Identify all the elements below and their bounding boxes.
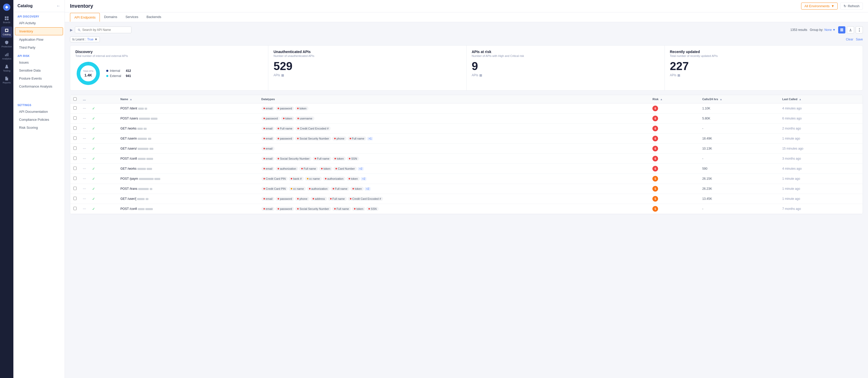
row-name-cell[interactable]: GET /works: [117, 164, 258, 174]
row-dots-icon[interactable]: ⋯: [83, 107, 86, 110]
datatype-tag[interactable]: token: [352, 207, 365, 211]
download-button[interactable]: [847, 26, 854, 33]
datatype-tag[interactable]: bank #: [289, 177, 304, 181]
row-dots-cell[interactable]: ⋯: [80, 124, 89, 134]
sidebar-item-issues[interactable]: Issues: [15, 59, 63, 66]
col-name[interactable]: Name ▲: [117, 95, 258, 104]
group-by-value[interactable]: None ▼: [824, 28, 836, 32]
datatype-tag[interactable]: cc name: [305, 177, 322, 181]
datatype-tag[interactable]: Full name: [332, 207, 351, 211]
sidebar-item-posture-events[interactable]: Posture Events: [15, 75, 63, 82]
row-name-cell[interactable]: POST /ident: [117, 104, 258, 114]
row-name-cell[interactable]: POST /confi: [117, 154, 258, 164]
sidebar-item-catalog[interactable]: Catalog: [1, 27, 12, 37]
row-dots-cell[interactable]: ⋯: [80, 134, 89, 144]
datatype-tag[interactable]: Credit Card Encoded #: [295, 126, 331, 130]
datatype-tag[interactable]: token: [295, 106, 308, 111]
row-checkbox[interactable]: [73, 147, 77, 150]
datatype-tag[interactable]: email: [261, 137, 275, 141]
datatype-tag[interactable]: password: [261, 116, 280, 120]
datatype-tag[interactable]: phone: [332, 137, 346, 141]
datatype-tag[interactable]: address: [311, 197, 327, 201]
sidebar-item-application-flow[interactable]: Application Flow: [15, 36, 63, 43]
datatype-tag[interactable]: authorization: [323, 177, 345, 181]
datatype-tag[interactable]: Credit Card PIN: [261, 187, 288, 191]
datatype-tag[interactable]: password: [276, 207, 294, 211]
tab-api-endpoints[interactable]: API Endpoints: [70, 13, 100, 22]
datatype-tag[interactable]: Card Number: [333, 167, 357, 171]
row-dots-cell[interactable]: ⋯: [80, 184, 89, 194]
row-checkbox[interactable]: [73, 116, 77, 120]
sidebar-item-conformance-analysis[interactable]: Conformance Analysis: [15, 83, 63, 90]
sidebar-item-analytics[interactable]: Analytics: [1, 51, 12, 62]
refresh-button[interactable]: ↻ Refresh: [840, 3, 863, 9]
datatype-tag[interactable]: authorization: [276, 167, 298, 171]
search-box[interactable]: [75, 27, 131, 33]
datatype-tag[interactable]: username: [295, 116, 314, 120]
datatype-tag[interactable]: Social Security Number: [276, 156, 312, 161]
row-name-cell[interactable]: POST /confi: [117, 204, 258, 214]
row-checkbox[interactable]: [73, 177, 77, 180]
row-dots-cell[interactable]: ⋯: [80, 154, 89, 164]
datatype-tag[interactable]: Full name: [328, 197, 347, 201]
datatype-tag[interactable]: email: [261, 167, 275, 171]
row-dots-icon[interactable]: ⋯: [83, 127, 86, 130]
datatype-tag[interactable]: authorization: [307, 187, 330, 191]
row-dots-icon[interactable]: ⋯: [83, 157, 86, 161]
datatype-tag[interactable]: Social Security Number: [295, 137, 331, 141]
more-options-button[interactable]: ⋮: [856, 26, 863, 33]
row-dots-icon[interactable]: ⋯: [83, 197, 86, 201]
datatype-tag[interactable]: token: [319, 167, 332, 171]
table-view-button[interactable]: [838, 26, 845, 33]
datatype-tag[interactable]: Full name: [313, 156, 331, 161]
clear-filter-button[interactable]: Clear: [846, 37, 853, 41]
datatype-tag[interactable]: token: [346, 177, 360, 181]
sidebar-item-testing[interactable]: Testing: [1, 63, 12, 74]
sidebar-item-protection[interactable]: Protection: [1, 39, 12, 50]
datatype-tag[interactable]: Full name: [347, 137, 366, 141]
sidebar-item-inventory[interactable]: Inventory: [15, 27, 63, 35]
row-name-cell[interactable]: POST /paym: [117, 174, 258, 184]
sidebar-item-sensitive-data[interactable]: Sensitive Data: [15, 67, 63, 74]
col-last-called[interactable]: Last Called ▲: [779, 95, 863, 104]
row-dots-icon[interactable]: ⋯: [83, 187, 86, 191]
datatype-tag[interactable]: Social Security Number: [295, 207, 331, 211]
datatype-tag[interactable]: password: [276, 106, 294, 111]
datatype-tag[interactable]: SSN: [347, 156, 359, 161]
datatype-tag[interactable]: Full name: [276, 126, 294, 130]
datatype-tag[interactable]: Credit Card PIN: [261, 177, 288, 181]
row-checkbox[interactable]: [73, 197, 77, 200]
datatype-tag[interactable]: password: [276, 197, 294, 201]
tab-backends[interactable]: Backends: [143, 12, 165, 22]
row-dots-icon[interactable]: ⋯: [83, 167, 86, 171]
datatype-tag[interactable]: email: [261, 147, 275, 151]
save-filter-button[interactable]: Save: [856, 37, 863, 41]
tab-services[interactable]: Services: [121, 12, 143, 22]
sidebar-item-reports[interactable]: Reports: [1, 75, 12, 86]
datatype-tag[interactable]: Full name: [331, 187, 349, 191]
row-checkbox[interactable]: [73, 156, 77, 160]
row-dots-icon[interactable]: ⋯: [83, 117, 86, 120]
row-dots-cell[interactable]: ⋯: [80, 204, 89, 214]
datatype-tag[interactable]: token: [350, 187, 364, 191]
row-dots-cell[interactable]: ⋯: [80, 194, 89, 204]
sidebar-item-compliance-policies[interactable]: Compliance Policies: [15, 116, 63, 123]
sidebar-collapse-button[interactable]: ←: [56, 4, 60, 8]
row-checkbox[interactable]: [73, 187, 77, 190]
datatype-tag[interactable]: email: [261, 106, 275, 111]
datatype-tag[interactable]: Full name: [299, 167, 318, 171]
sidebar-item-third-party[interactable]: Third Party: [15, 44, 63, 51]
sidebar-item-api-activity[interactable]: API Activity: [15, 19, 63, 27]
row-name-cell[interactable]: POST /users: [117, 114, 258, 124]
row-name-cell[interactable]: POST /trans: [117, 184, 258, 194]
col-risk[interactable]: Risk ▲: [649, 95, 699, 104]
select-all-checkbox[interactable]: [73, 97, 77, 101]
sidebar-item-boards[interactable]: Boards: [1, 14, 12, 26]
row-name-cell[interactable]: GET /user/{: [117, 194, 258, 204]
datatype-tag[interactable]: password: [276, 137, 294, 141]
row-checkbox[interactable]: [73, 126, 77, 130]
datatype-tag[interactable]: email: [261, 197, 275, 201]
row-dots-cell[interactable]: ⋯: [80, 164, 89, 174]
datatype-tag[interactable]: email: [261, 126, 275, 130]
row-dots-icon[interactable]: ⋯: [83, 137, 86, 140]
